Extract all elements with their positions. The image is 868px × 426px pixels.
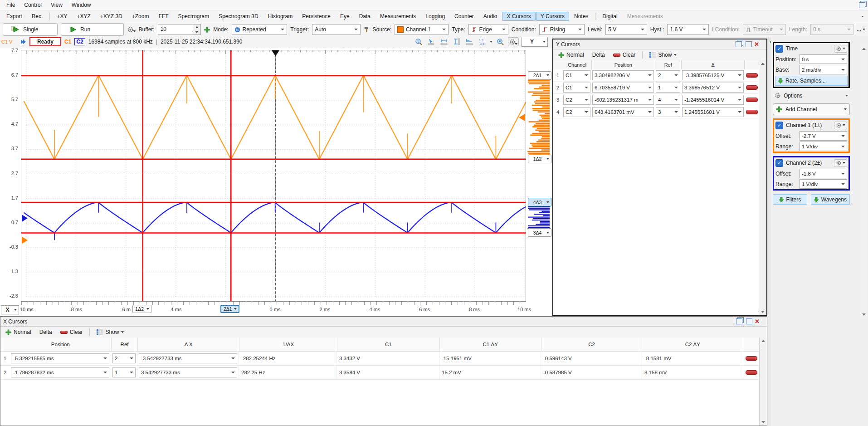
tab-data[interactable]: Data [355, 12, 375, 21]
scrollbar[interactable] [759, 60, 766, 315]
tab-persistence[interactable]: Persistence [297, 12, 335, 21]
cursor-position-select[interactable]: -602.135231317 m [592, 95, 654, 105]
channel2-checkbox[interactable]: ✓ [775, 159, 783, 167]
add-delta-cursor-button[interactable]: Delta [589, 51, 608, 59]
x-axis-selector[interactable]: X [1, 305, 19, 314]
tab-fft[interactable]: FFT [154, 12, 173, 21]
cursor-channel-select[interactable]: C2 [563, 107, 590, 117]
maximize-panel-icon[interactable] [746, 318, 752, 324]
scroll-down-icon[interactable] [761, 311, 765, 313]
expand-chevron-icon[interactable] [20, 39, 26, 45]
clear-cursors-button[interactable]: Clear [57, 328, 86, 336]
menu-control[interactable]: Control [20, 0, 46, 10]
tab-notes[interactable]: Notes [570, 12, 593, 21]
remove-cursor-button[interactable] [746, 356, 757, 361]
cursor-ref-select[interactable]: 3 [656, 107, 680, 117]
gear-icon[interactable] [127, 25, 136, 34]
cursor-position-select[interactable]: -5.329215565 ms [11, 353, 109, 363]
tab-eye[interactable]: Eye [336, 12, 354, 21]
level-select[interactable]: 5 V [605, 24, 647, 35]
channel1-range-select[interactable]: 1 V/div [800, 142, 847, 151]
vertical-ruler-icon[interactable] [452, 38, 462, 46]
time-position-select[interactable]: 0 s [800, 54, 847, 64]
add-channel-button[interactable]: Add Channel [773, 103, 850, 115]
remove-cursor-button[interactable] [746, 370, 757, 375]
menu-window[interactable]: Window [67, 0, 96, 10]
y-cursor-marker-4Δ3[interactable]: 4Δ3 [528, 198, 551, 206]
scrollbar[interactable] [861, 45, 867, 318]
channel2-offset-select[interactable]: -1.8 V [800, 169, 847, 178]
spinner-arrows[interactable] [193, 24, 200, 34]
tab-measurements[interactable]: Measurements [375, 12, 420, 21]
single-button[interactable]: 1 Single [3, 23, 58, 36]
time-checkbox[interactable]: ✓ [775, 45, 783, 53]
x-cursor-marker-2Δ1[interactable]: 2Δ1 [220, 305, 239, 313]
tab-counter[interactable]: Counter [450, 12, 478, 21]
scroll-down-icon[interactable] [862, 313, 866, 316]
y-cursors-title-bar[interactable]: Y Cursors ✕ [553, 39, 766, 49]
rate-samples-button[interactable]: Rate, Samples... [775, 76, 848, 86]
remove-cursor-button[interactable] [746, 110, 758, 114]
pointer-measure-icon[interactable] [426, 38, 436, 46]
channel2-badge[interactable]: C2 [74, 38, 85, 45]
hysteresis-select[interactable]: 1.6 V [667, 24, 709, 35]
tab-digital[interactable]: Digital [598, 12, 622, 21]
channel1-checkbox[interactable]: ✓ [775, 122, 783, 129]
tab-export[interactable]: Export [2, 12, 27, 21]
tab-histogram[interactable]: Histogram [263, 12, 297, 21]
float-panel-icon[interactable] [736, 41, 742, 47]
remove-cursor-button[interactable] [746, 98, 758, 102]
scroll-up-icon[interactable] [761, 63, 765, 65]
horizontal-ruler-icon[interactable] [439, 38, 449, 46]
add-delta-cursor-button[interactable]: Delta [36, 328, 55, 336]
minimize-toolbar-icon[interactable]: - [862, 13, 863, 20]
cursor-dx-select[interactable]: 3.542927733 ms [139, 367, 237, 377]
channel2-gear-icon[interactable] [834, 159, 847, 167]
more-options-button[interactable]: ... [857, 26, 865, 33]
cursor-delta-select[interactable]: 3.398576512 V [682, 83, 744, 93]
channel1-offset-select[interactable]: -2.7 V [800, 131, 847, 141]
tab-spectrogram3d[interactable]: Spectrogram 3D [214, 12, 263, 21]
y-axis-selector[interactable]: Y [522, 37, 548, 47]
close-icon[interactable]: ✕ [755, 318, 760, 324]
cursor-delta-select[interactable]: -3.3985765125 V [682, 70, 744, 80]
add-icon[interactable] [204, 26, 210, 33]
waveform-plot[interactable] [21, 50, 526, 302]
wavegens-button[interactable]: Wavegens [811, 194, 850, 205]
cursor-delta-select[interactable]: -1.2455516014 V [682, 95, 744, 105]
cursor-channel-select[interactable]: C1 [563, 70, 590, 80]
cursor-ref-select[interactable]: 1 [112, 367, 136, 377]
channel1-gear-icon[interactable] [834, 122, 847, 129]
tab-y-cursors[interactable]: Y Cursors [536, 12, 569, 21]
run-button[interactable]: Run [61, 23, 123, 36]
cursor-ref-select[interactable]: 2 [656, 70, 680, 80]
cursor-channel-select[interactable]: C2 [563, 95, 590, 105]
tab-logging[interactable]: Logging [421, 12, 449, 21]
channels-1234-icon[interactable]: 1 23 4 [477, 38, 487, 46]
cursor-ref-select[interactable]: 4 [656, 95, 680, 105]
zoom-options-icon[interactable] [495, 38, 505, 46]
condition-select[interactable]: Rising [539, 24, 585, 35]
tab-zoom[interactable]: +Zoom [127, 12, 154, 21]
tab-xyz[interactable]: +XYZ [72, 12, 95, 21]
options-button[interactable]: Options [773, 91, 850, 101]
buffer-spinner[interactable]: 10 [158, 24, 201, 35]
scrollbar[interactable] [759, 338, 767, 426]
x-cursor-marker-1Δ2[interactable]: 1Δ2 [132, 305, 151, 313]
cursor-channel-select[interactable]: C1 [563, 83, 590, 93]
tab-xyz3d[interactable]: +XYZ 3D [96, 12, 127, 21]
y-cursor-marker-1Δ2[interactable]: 1Δ2 [528, 155, 551, 163]
mode-select[interactable]: N Repeated [232, 24, 288, 35]
trigger-select[interactable]: Auto [312, 24, 361, 35]
remove-cursor-button[interactable] [746, 85, 758, 90]
source-select[interactable]: Channel 1 [395, 24, 449, 35]
cursor-position-select[interactable]: 3.304982206 V [592, 70, 654, 80]
cursor-delta-select[interactable]: 1.245551601 V [682, 107, 744, 117]
scroll-up-icon[interactable] [862, 48, 866, 50]
tab-spectrogram[interactable]: Spectrogram [173, 12, 214, 21]
y-cursor-marker-3Δ4[interactable]: 3Δ4 [528, 228, 551, 237]
x-cursors-title-bar[interactable]: X Cursors ✕ [0, 317, 767, 327]
cursor-dx-select[interactable]: -3.542927733 ms [139, 353, 237, 363]
zoom-reset-icon[interactable]: 1 [414, 38, 424, 46]
add-normal-cursor-button[interactable]: Normal [2, 328, 34, 336]
